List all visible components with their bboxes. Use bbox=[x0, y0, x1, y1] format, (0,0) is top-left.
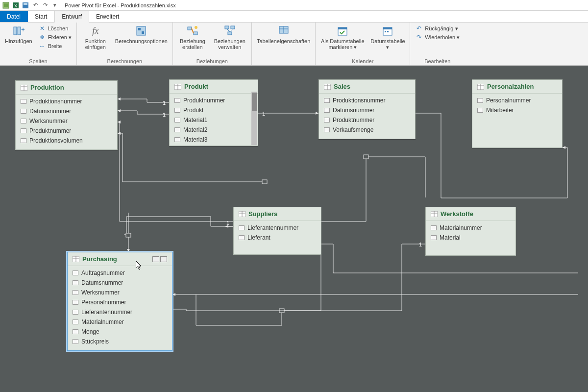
table-sales[interactable]: Sales Produktionsnummer Datumsnummer Pro… bbox=[318, 79, 416, 139]
column-icon bbox=[73, 300, 78, 305]
scrollbar[interactable] bbox=[251, 92, 257, 145]
column-item[interactable]: Datumsnummer bbox=[68, 278, 172, 288]
group-beziehungen: Beziehung erstellen Beziehungen verwalte… bbox=[173, 23, 252, 65]
freeze-column-button[interactable]: ❄Fixieren ▾ bbox=[38, 33, 72, 41]
table-icon bbox=[431, 211, 438, 217]
column-item[interactable]: Materialnummer bbox=[68, 317, 172, 327]
table-produktion[interactable]: Produktion Produktionsnummer Datumsnumme… bbox=[15, 80, 118, 150]
svg-rect-12 bbox=[188, 27, 192, 30]
column-item[interactable]: Produktnummer bbox=[319, 115, 415, 125]
svg-rect-33 bbox=[262, 180, 267, 184]
table-werkstoffe[interactable]: Werkstoffe Materialnummer Material bbox=[425, 207, 516, 256]
save-icon[interactable] bbox=[22, 1, 29, 9]
column-item[interactable]: Auftragsnummer bbox=[68, 268, 172, 278]
column-item[interactable]: Produktnummer bbox=[170, 96, 258, 105]
table-produkt[interactable]: Produkt Produktnummer Produkt Material1 … bbox=[169, 79, 258, 146]
column-icon bbox=[324, 98, 330, 103]
add-column-icon: + bbox=[12, 24, 25, 37]
column-item[interactable]: Personalnummer bbox=[68, 297, 172, 307]
group-kalender: Als Datumstabelle markieren ▾ Datumstabe… bbox=[316, 23, 410, 65]
column-item[interactable]: Material3 bbox=[170, 135, 258, 145]
column-icon bbox=[239, 235, 245, 240]
svg-rect-27 bbox=[383, 27, 392, 29]
column-item[interactable]: Materialnummer bbox=[426, 223, 515, 233]
redo-button[interactable]: ↷Wiederholen ▾ bbox=[415, 33, 460, 41]
excel-icon: X bbox=[12, 1, 20, 9]
column-item[interactable]: Mitarbeiter bbox=[472, 105, 562, 115]
table-title: Produkt bbox=[184, 83, 208, 90]
view-grid-icon[interactable] bbox=[152, 256, 159, 262]
column-item[interactable]: Personalnummer bbox=[472, 96, 562, 105]
column-icon bbox=[73, 329, 78, 334]
diagram-canvas[interactable]: 1 1 1 1 1 Produktion Pr bbox=[0, 66, 588, 392]
quick-access-toolbar: X ↶ ↷ ▾ bbox=[2, 1, 59, 9]
svg-rect-5 bbox=[24, 3, 27, 5]
date-table-button[interactable]: Datumstabelle ▾ bbox=[370, 24, 405, 50]
column-icon bbox=[477, 108, 483, 113]
table-view-toggle[interactable] bbox=[152, 256, 167, 262]
column-width-button[interactable]: ↔Breite bbox=[38, 42, 62, 50]
table-title: Werkstoffe bbox=[441, 210, 473, 218]
table-title: Purchasing bbox=[82, 255, 117, 263]
column-icon bbox=[73, 310, 78, 315]
svg-text:X: X bbox=[14, 3, 17, 8]
table-icon bbox=[239, 211, 245, 217]
table-icon bbox=[21, 85, 27, 91]
tab-start[interactable]: Start bbox=[28, 11, 54, 22]
column-item[interactable]: Lieferantennummer bbox=[234, 223, 321, 233]
column-item[interactable]: Material bbox=[426, 233, 515, 243]
column-item[interactable]: Verkaufsmenge bbox=[319, 125, 415, 135]
column-item[interactable]: Menge bbox=[68, 327, 172, 337]
undo-icon[interactable]: ↶ bbox=[31, 1, 39, 9]
column-item[interactable]: Datumsnummer bbox=[319, 105, 415, 115]
column-item[interactable]: Produktnummer bbox=[16, 126, 117, 136]
column-item[interactable]: Material2 bbox=[170, 125, 258, 135]
table-personalzahlen[interactable]: Personalzahlen Personalnummer Mitarbeite… bbox=[472, 79, 563, 148]
column-item[interactable]: Material1 bbox=[170, 115, 258, 125]
column-item[interactable]: Produktionsnummer bbox=[16, 97, 117, 106]
redo-icon[interactable]: ↷ bbox=[41, 1, 49, 9]
column-item[interactable]: Produkt bbox=[170, 105, 258, 115]
column-item[interactable]: Werksnummer bbox=[16, 116, 117, 126]
manage-relationships-icon bbox=[223, 24, 236, 37]
svg-rect-13 bbox=[194, 32, 197, 35]
title-bar: X ↶ ↷ ▾ Power Pivot für Excel - Produkti… bbox=[0, 0, 588, 11]
column-item[interactable]: Datumsnummer bbox=[16, 106, 117, 116]
scrollbar-thumb[interactable] bbox=[252, 93, 257, 111]
table-properties-button[interactable]: Tabelleneigenschaften bbox=[257, 24, 310, 44]
add-column-button[interactable]: + Hinzufügen bbox=[5, 24, 32, 44]
column-item[interactable]: Stückpreis bbox=[68, 337, 172, 346]
mark-date-table-button[interactable]: Als Datumstabelle markieren ▾ bbox=[320, 24, 365, 50]
column-item[interactable]: Produktionsnummer bbox=[319, 96, 415, 105]
column-item[interactable]: Lieferantennummer bbox=[68, 307, 172, 317]
delete-column-button[interactable]: ✕Löschen bbox=[38, 24, 69, 32]
column-icon bbox=[73, 319, 78, 324]
column-item[interactable]: Werksnummer bbox=[68, 288, 172, 297]
view-list-icon[interactable] bbox=[160, 256, 167, 262]
column-item[interactable]: Produktionsvolumen bbox=[16, 136, 117, 146]
group-label-beziehungen: Beziehungen bbox=[196, 58, 228, 64]
qat-dropdown-icon[interactable]: ▾ bbox=[51, 1, 59, 9]
window-title: Power Pivot für Excel - Produktionszahle… bbox=[65, 2, 176, 8]
undo-button[interactable]: ↶Rückgängig ▾ bbox=[415, 24, 458, 32]
svg-rect-10 bbox=[138, 28, 141, 30]
insert-function-button[interactable]: fx Funktion einfügen bbox=[82, 24, 109, 50]
svg-rect-25 bbox=[338, 27, 347, 29]
tab-entwurf[interactable]: Entwurf bbox=[54, 11, 89, 23]
manage-relationships-button[interactable]: Beziehungen verwalten bbox=[213, 24, 246, 50]
column-icon bbox=[431, 225, 437, 230]
column-item[interactable]: Lieferant bbox=[234, 233, 321, 243]
svg-rect-37 bbox=[279, 309, 284, 313]
tab-erweitert[interactable]: Erweitert bbox=[89, 11, 126, 22]
svg-text:1: 1 bbox=[262, 111, 265, 117]
table-icon bbox=[324, 84, 331, 90]
tab-datei[interactable]: Datei bbox=[0, 11, 28, 22]
table-title: Personalzahlen bbox=[487, 83, 534, 90]
create-relationship-button[interactable]: Beziehung erstellen bbox=[178, 24, 207, 50]
group-label-kalender: Kalender bbox=[352, 58, 373, 64]
table-title: Produktion bbox=[30, 84, 64, 91]
table-purchasing[interactable]: Purchasing Auftragsnummer Datumsnummer W… bbox=[67, 252, 172, 351]
table-suppliers[interactable]: Suppliers Lieferantennummer Lieferant bbox=[233, 207, 321, 255]
calc-options-button[interactable]: Berechnungsoptionen bbox=[115, 24, 168, 44]
svg-rect-11 bbox=[142, 31, 144, 34]
